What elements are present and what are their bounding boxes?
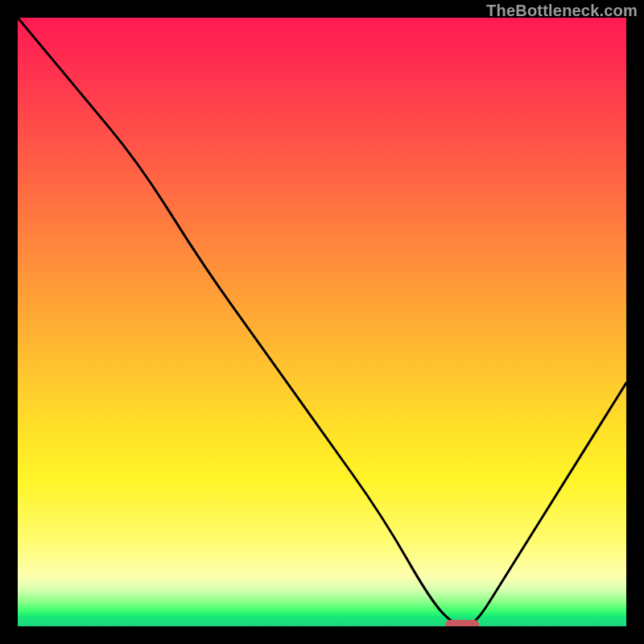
bottleneck-curve — [18, 18, 626, 626]
chart-container: TheBottleneck.com — [0, 0, 644, 644]
watermark: TheBottleneck.com — [486, 2, 638, 20]
plot-area — [18, 18, 626, 626]
optimal-marker — [445, 620, 479, 626]
